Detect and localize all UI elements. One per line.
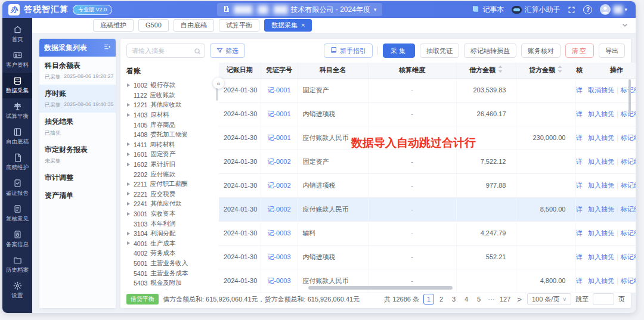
caret-right-icon[interactable]	[126, 202, 131, 206]
caret-right-icon[interactable]	[126, 83, 131, 88]
assistant-button[interactable]: 汇算小助手	[512, 5, 560, 15]
voucher-link[interactable]: 记-0003	[267, 253, 290, 260]
tree-item[interactable]: 1411周转材料	[126, 140, 219, 150]
tree-item[interactable]: 2221应交税费	[126, 189, 219, 200]
company-selector[interactable]: ████（██）███ 技术有限公司 - 2024年度 ▾	[217, 3, 382, 16]
guide-button[interactable]: 新手指引	[324, 44, 373, 58]
detail-link-clipped[interactable]: 详	[576, 110, 583, 117]
tree-item[interactable]: 1405库存商品	[126, 120, 219, 130]
detail-link-clipped[interactable]: 详	[576, 134, 583, 141]
sidebar-item-database[interactable]: 数据采集	[2, 73, 32, 98]
page-button[interactable]: 3	[448, 294, 459, 305]
tree-item[interactable]: 1602累计折旧	[126, 160, 219, 170]
tab-item[interactable]: 底稿维护	[93, 19, 134, 32]
action-mark-link[interactable]: 标记结转	[621, 229, 636, 237]
caret-right-icon[interactable]	[126, 113, 131, 117]
sidebar-item-home[interactable]: 首页	[2, 21, 32, 47]
vertical-scrollbar[interactable]	[628, 79, 631, 114]
notebook-button[interactable]: 记事本	[472, 5, 504, 15]
close-icon[interactable]: ×	[301, 22, 305, 29]
tree-item[interactable]: 1221其他应收款	[126, 100, 219, 110]
sidebar-item-id-card[interactable]: 客户资料	[2, 47, 32, 73]
tree-item[interactable]: 1408委托加工物资	[126, 130, 219, 140]
tree-item[interactable]: 4001生产成本	[126, 239, 219, 249]
fullscreen-icon[interactable]	[568, 6, 575, 14]
filter-button[interactable]: 筛选	[210, 44, 245, 58]
collect-item[interactable]: 资产清单	[39, 187, 116, 204]
caret-right-icon[interactable]	[126, 163, 131, 167]
caret-right-icon[interactable]	[126, 153, 131, 157]
page-button[interactable]: 2	[436, 294, 447, 305]
tree-item[interactable]: 5001主营业务收入	[126, 259, 219, 269]
clear-button[interactable]: 清空	[565, 44, 594, 58]
tree-item[interactable]: 5401主营业务成本	[126, 268, 219, 278]
export-button[interactable]: 导出	[599, 44, 625, 58]
user-menu[interactable]: ██ ▾	[600, 4, 627, 15]
caret-right-icon[interactable]	[126, 142, 131, 147]
caret-right-icon[interactable]	[126, 103, 131, 107]
action-extract-link[interactable]: 加入抽凭	[588, 158, 614, 165]
tree-item[interactable]: 2241其他应付款	[126, 199, 219, 209]
voucher-link[interactable]: 记-0002	[267, 206, 290, 213]
tab-active[interactable]: 数据采集×	[264, 19, 312, 32]
detail-link-clipped[interactable]: 详	[576, 253, 583, 260]
tree-item[interactable]: 1122应收账款	[126, 91, 219, 101]
action-extract-link[interactable]: 加入抽凭	[588, 229, 614, 237]
tree-item[interactable]: 5602管理费用	[126, 288, 219, 290]
collect-item[interactable]: 审计调整	[39, 169, 116, 187]
caret-right-icon[interactable]	[126, 182, 131, 187]
collect-item[interactable]: 抽凭结果已抽凭	[39, 113, 116, 141]
action-extract-link[interactable]: 加入抽凭	[588, 134, 614, 141]
account-check-button[interactable]: 账务核对	[521, 44, 561, 58]
voucher-link[interactable]: 记-0003	[267, 229, 290, 237]
action-extract-link[interactable]: 加入抽凭	[588, 110, 614, 117]
tree-item[interactable]: 2211应付职工薪酬	[126, 179, 219, 189]
tree-item[interactable]: 3104利润分配	[126, 229, 219, 239]
tab-item[interactable]: G500	[138, 19, 169, 32]
page-size-select[interactable]: 100 条/页 ∨	[527, 293, 571, 305]
sort-icon[interactable]	[558, 66, 562, 74]
horizontal-scrollbar[interactable]	[308, 286, 453, 290]
tree-item[interactable]: 3001实收资本	[126, 209, 219, 219]
tree-item[interactable]: 3103本年利润	[126, 219, 219, 229]
sidebar-item-balance[interactable]: 试算平衡	[2, 98, 32, 124]
caret-right-icon[interactable]	[126, 212, 131, 216]
next-page-button[interactable]: >	[517, 295, 522, 304]
detail-link-clipped[interactable]: 详	[576, 206, 583, 213]
voucher-link[interactable]: 记-0001	[267, 134, 290, 141]
tree-item[interactable]: 1601固定资产	[126, 150, 219, 160]
page-button[interactable]: 127	[499, 294, 512, 305]
collect-item[interactable]: 审定财务报表未采集	[39, 141, 116, 169]
detail-link-clipped[interactable]: 详	[576, 158, 583, 165]
detail-link-clipped[interactable]: 详	[576, 86, 583, 94]
sidebar-item-gear[interactable]: 设置	[2, 278, 32, 303]
voucher-link[interactable]: 记-0001	[267, 86, 290, 94]
caret-right-icon[interactable]	[126, 192, 131, 196]
action-extract-link[interactable]: 加入抽凭	[588, 206, 614, 213]
extract-voucher-button[interactable]: 抽取凭证	[420, 44, 459, 58]
mark-carryover-button[interactable]: 标记结转损益	[464, 44, 516, 58]
page-button[interactable]: 4	[461, 294, 472, 305]
page-button[interactable]: 5	[473, 294, 484, 305]
tree-item[interactable]: 1403原材料	[126, 110, 219, 120]
page-button[interactable]: 1	[423, 294, 434, 305]
collect-item[interactable]: 序时账已采集2025-08-06 19:40:35	[39, 85, 116, 113]
collapse-list-icon[interactable]	[103, 43, 111, 52]
action-mark-link[interactable]: 标记结转	[621, 158, 636, 165]
collect-item[interactable]: 科目余额表已采集2025-08-06 19:28:27	[39, 57, 116, 85]
caret-right-icon[interactable]	[126, 232, 131, 236]
tree-item[interactable]: 2202应付账款	[126, 169, 219, 179]
sidebar-item-notebook[interactable]: 自由底稿	[2, 124, 32, 150]
voucher-link[interactable]: 记-0001	[267, 110, 290, 117]
tree-item[interactable]: 4002劳务成本	[126, 248, 219, 259]
sidebar-item-document[interactable]: 底稿维护	[2, 150, 32, 175]
voucher-link[interactable]: 记-0002	[267, 182, 290, 189]
caret-right-icon[interactable]	[126, 241, 131, 246]
voucher-link[interactable]: 记-0002	[267, 158, 290, 165]
jump-page-input[interactable]	[593, 293, 614, 305]
sidebar-item-review[interactable]: 复核意见	[2, 201, 32, 226]
action-mark-link[interactable]: 标记结转	[621, 277, 636, 284]
sidebar-item-report-check[interactable]: 鉴证报告	[2, 175, 32, 201]
tree-item[interactable]: 1002银行存款	[126, 80, 219, 91]
sidebar-item-record-file[interactable]: 备案信息	[2, 226, 32, 252]
